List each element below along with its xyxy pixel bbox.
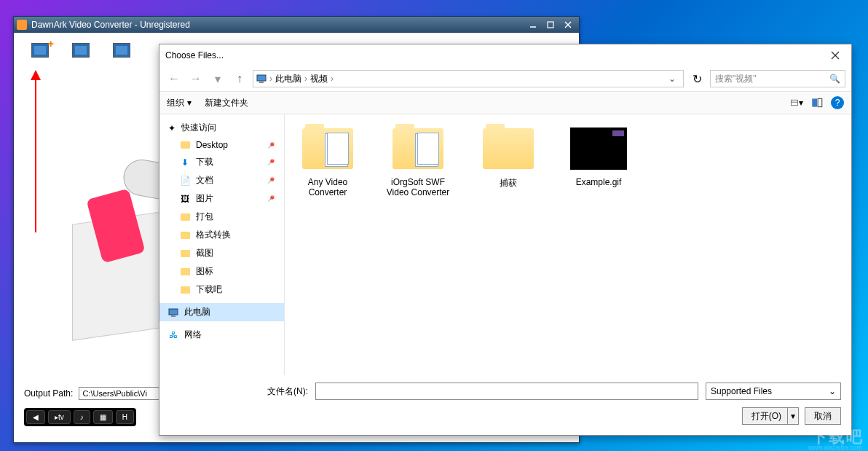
breadcrumb-dropdown[interactable]: ⌄ bbox=[664, 74, 680, 84]
svg-rect-12 bbox=[812, 98, 817, 106]
nav-row: ← → ▾ ↑ › 此电脑 › 视频 › ⌄ ↻ 搜索"视频" 🔍 bbox=[159, 66, 851, 91]
chevron-down-icon: ⌄ bbox=[829, 386, 836, 396]
sidebar-item[interactable]: 下载吧 bbox=[159, 281, 284, 299]
cancel-button[interactable]: 取消 bbox=[805, 407, 841, 425]
annotation-arrow bbox=[35, 72, 36, 232]
minimize-button[interactable] bbox=[525, 19, 541, 31]
watermark-url: www.xiazaiba.com bbox=[808, 444, 862, 451]
file-name: iOrgSoft SWF Video Converter bbox=[384, 177, 452, 197]
search-input[interactable]: 搜索"视频" 🔍 bbox=[710, 70, 845, 87]
output-path-label: Output Path: bbox=[24, 388, 73, 399]
chevron-right-icon[interactable]: › bbox=[269, 74, 272, 84]
app-titlebar[interactable]: DawnArk Video Converter - Unregistered bbox=[14, 17, 579, 33]
file-list[interactable]: Any Video Converter iOrgSoft SWF Video C… bbox=[285, 114, 851, 375]
add-file-button[interactable] bbox=[31, 43, 49, 58]
svg-rect-9 bbox=[259, 82, 264, 83]
toolbar-button-3[interactable] bbox=[113, 43, 130, 58]
file-item[interactable]: Any Video Converter bbox=[293, 126, 362, 197]
sidebar-item[interactable]: 格式转换 bbox=[159, 226, 284, 244]
pictures-icon: 🖼 bbox=[180, 194, 190, 204]
breadcrumb-part[interactable]: 视频 bbox=[310, 73, 328, 85]
sidebar-item[interactable]: 截图 bbox=[159, 244, 284, 262]
sidebar-item-pictures[interactable]: 🖼图片📍 bbox=[159, 189, 284, 208]
open-dropdown[interactable]: ▾ bbox=[787, 408, 798, 424]
file-dialog: Choose Files... ← → ▾ ↑ › 此电脑 › 视频 › ⌄ ↻… bbox=[159, 44, 852, 436]
documents-icon: 📄 bbox=[180, 176, 190, 186]
recent-dropdown[interactable]: ▾ bbox=[209, 70, 226, 87]
search-icon: 🔍 bbox=[829, 74, 840, 84]
svg-rect-13 bbox=[818, 98, 822, 106]
folder-icon bbox=[180, 212, 190, 222]
file-name: Example.gif bbox=[564, 177, 633, 187]
chevron-right-icon[interactable]: › bbox=[304, 74, 307, 84]
back-button[interactable]: ← bbox=[165, 70, 183, 87]
preset-prev[interactable]: ◀ bbox=[26, 410, 45, 424]
pin-icon: 📍 bbox=[265, 174, 277, 186]
maximize-button[interactable] bbox=[542, 19, 559, 31]
folder-icon bbox=[180, 248, 190, 259]
sidebar-quick-access[interactable]: ✦ 快速访问 bbox=[159, 119, 284, 137]
toolbar-button-2[interactable] bbox=[72, 43, 90, 58]
folder-icon bbox=[180, 140, 190, 150]
dialog-titlebar[interactable]: Choose Files... bbox=[159, 44, 851, 66]
preset-h[interactable]: H bbox=[116, 410, 134, 424]
new-folder-button[interactable]: 新建文件夹 bbox=[205, 97, 248, 109]
breadcrumb-part[interactable]: 此电脑 bbox=[275, 73, 301, 85]
file-type-select[interactable]: Supported Files ⌄ bbox=[706, 383, 841, 400]
sidebar-item-desktop[interactable]: Desktop📍 bbox=[159, 137, 284, 153]
preview-pane-button[interactable] bbox=[810, 96, 824, 109]
file-name: Any Video Converter bbox=[293, 177, 362, 197]
preset-grid[interactable]: ▦ bbox=[93, 410, 113, 424]
sidebar: ✦ 快速访问 Desktop📍 ⬇下载📍 📄文档📍 🖼图片📍 打包 格式转换 截… bbox=[159, 114, 285, 375]
star-icon: ✦ bbox=[167, 123, 177, 133]
svg-rect-1 bbox=[548, 22, 553, 28]
search-placeholder: 搜索"视频" bbox=[715, 73, 757, 85]
svg-rect-14 bbox=[169, 309, 178, 315]
chevron-down-icon: ▾ bbox=[187, 98, 192, 108]
up-button[interactable]: ↑ bbox=[231, 70, 248, 87]
network-icon: 🖧 bbox=[168, 330, 178, 340]
sidebar-item[interactable]: 图标 bbox=[159, 262, 284, 281]
preset-row: ◀ ▸tv ♪ ▦ H bbox=[24, 408, 136, 426]
sidebar-item-downloads[interactable]: ⬇下载📍 bbox=[159, 153, 284, 171]
dialog-bottom: 文件名(N): Supported Files ⌄ 打开(O) ▾ 取消 bbox=[159, 375, 851, 435]
preset-audio[interactable]: ♪ bbox=[74, 410, 90, 424]
chevron-right-icon[interactable]: › bbox=[331, 74, 334, 84]
file-item[interactable]: Example.gif bbox=[564, 126, 633, 187]
pin-icon: 📍 bbox=[265, 192, 277, 204]
app-icon bbox=[17, 20, 27, 30]
file-item[interactable]: 捕获 bbox=[474, 126, 542, 189]
open-button[interactable]: 打开(O) ▾ bbox=[742, 407, 799, 425]
sidebar-item-thispc[interactable]: 此电脑 bbox=[159, 303, 284, 321]
pc-icon bbox=[168, 307, 178, 318]
folder-icon bbox=[483, 128, 534, 169]
forward-button[interactable]: → bbox=[187, 70, 205, 87]
svg-rect-15 bbox=[171, 315, 175, 317]
refresh-button[interactable]: ↻ bbox=[688, 70, 706, 87]
breadcrumb[interactable]: › 此电脑 › 视频 › ⌄ bbox=[253, 70, 684, 87]
file-item[interactable]: iOrgSoft SWF Video Converter bbox=[384, 126, 452, 197]
close-icon[interactable] bbox=[825, 48, 845, 63]
pin-icon: 📍 bbox=[265, 139, 277, 151]
download-icon: ⬇ bbox=[180, 157, 190, 168]
folder-icon bbox=[180, 230, 190, 240]
filename-input[interactable] bbox=[315, 383, 698, 400]
sidebar-item[interactable]: 打包 bbox=[159, 208, 284, 226]
dialog-title: Choose Files... bbox=[165, 50, 224, 60]
svg-rect-8 bbox=[257, 75, 266, 81]
image-thumbnail bbox=[570, 128, 627, 170]
sidebar-item-network[interactable]: 🖧网络 bbox=[159, 326, 284, 344]
command-row: 组织 ▾ 新建文件夹 ▾ ? bbox=[159, 91, 851, 114]
sidebar-item-documents[interactable]: 📄文档📍 bbox=[159, 171, 284, 189]
filename-label: 文件名(N): bbox=[170, 385, 308, 398]
preset-appletv[interactable]: ▸tv bbox=[48, 410, 71, 424]
close-button[interactable] bbox=[560, 19, 576, 31]
organize-menu[interactable]: 组织 ▾ bbox=[167, 97, 192, 109]
view-options-button[interactable]: ▾ bbox=[790, 96, 803, 109]
folder-icon bbox=[180, 267, 190, 277]
pin-icon: 📍 bbox=[265, 156, 277, 168]
svg-rect-10 bbox=[792, 100, 798, 106]
folder-icon bbox=[180, 285, 190, 295]
help-icon[interactable]: ? bbox=[831, 96, 844, 109]
app-title: DawnArk Video Converter - Unregistered bbox=[31, 20, 190, 30]
